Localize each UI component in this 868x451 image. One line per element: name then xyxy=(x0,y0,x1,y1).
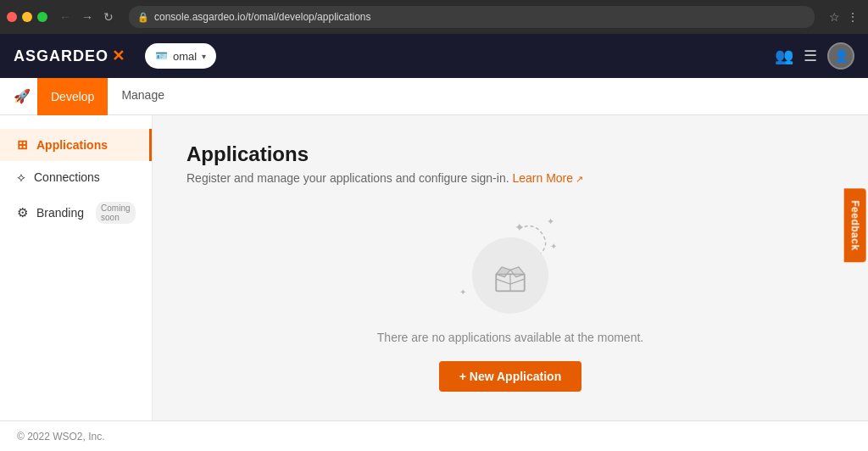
back-button[interactable]: ← xyxy=(56,8,75,25)
sparkle-3: ✦ xyxy=(459,287,466,297)
org-selector[interactable]: 🪪 omal ▾ xyxy=(145,43,216,69)
empty-circle xyxy=(472,237,548,314)
maximize-btn[interactable] xyxy=(37,12,47,22)
topnav-actions: 👥 ☰ 👤 xyxy=(775,42,854,70)
app-wrapper: ASGARDEO✕ 🪪 omal ▾ 👥 ☰ 👤 🚀 Develop Manag… xyxy=(0,34,868,451)
avatar-button[interactable]: 👤 xyxy=(827,42,854,70)
coming-soon-badge: Coming soon xyxy=(96,202,135,224)
feedback-tab[interactable]: Feedback xyxy=(843,188,865,262)
url-text: console.asgardeo.io/t/omal/develop/appli… xyxy=(154,11,806,23)
browser-nav: ← → ↻ xyxy=(56,8,117,25)
sparkle-4: ✦ xyxy=(550,242,557,251)
sidebar-item-label-applications: Applications xyxy=(36,138,108,152)
menu-icon-button[interactable]: ☰ xyxy=(804,47,817,65)
empty-state-text: There are no applications available at t… xyxy=(377,331,643,344)
tab-develop[interactable]: Develop xyxy=(37,78,108,115)
empty-state: ✦ ✦ ✦ ✦ xyxy=(186,212,834,420)
sidebar-item-connections[interactable]: ⟡ Connections xyxy=(0,161,152,193)
new-application-button[interactable]: + New Application xyxy=(439,361,581,392)
close-btn[interactable] xyxy=(7,12,17,22)
content-area: Applications Register and manage your ap… xyxy=(153,115,868,420)
page-title: Applications xyxy=(186,142,834,166)
learn-more-link[interactable]: Learn More↗ xyxy=(512,171,583,185)
team-icon-button[interactable]: 👥 xyxy=(775,47,793,65)
logo-text: ASGARDEO xyxy=(14,47,108,65)
browser-chrome: ← → ↻ 🔒 console.asgardeo.io/t/omal/devel… xyxy=(0,0,868,34)
rocket-icon: 🚀 xyxy=(14,88,31,104)
logo-dot: ✕ xyxy=(112,47,125,65)
main-layout: ⊞ Applications ⟡ Connections ⚙ Branding … xyxy=(0,115,868,420)
sparkle-2: ✦ xyxy=(547,216,554,227)
browser-actions: ☆ ⋮ xyxy=(826,8,861,26)
org-icon: 🪪 xyxy=(155,50,168,62)
footer: © 2022 WSO2, Inc. xyxy=(0,420,868,451)
forward-button[interactable]: → xyxy=(78,8,97,25)
connections-icon: ⟡ xyxy=(17,170,25,185)
branding-icon: ⚙ xyxy=(17,205,28,220)
sidebar-item-label-connections: Connections xyxy=(34,170,100,184)
sidebar-item-label-branding: Branding xyxy=(36,206,84,220)
footer-copyright: © 2022 WSO2, Inc. xyxy=(17,431,105,443)
lock-icon: 🔒 xyxy=(137,12,149,23)
subnav: 🚀 Develop Manage xyxy=(0,78,868,115)
applications-icon: ⊞ xyxy=(17,137,28,153)
avatar-icon: 👤 xyxy=(834,49,849,63)
sparkle-1: ✦ xyxy=(515,220,525,234)
minimize-btn[interactable] xyxy=(22,12,32,22)
address-bar[interactable]: 🔒 console.asgardeo.io/t/omal/develop/app… xyxy=(129,6,815,28)
page-description: Register and manage your applications an… xyxy=(186,171,834,185)
external-link-icon: ↗ xyxy=(576,174,583,184)
empty-illustration: ✦ ✦ ✦ ✦ xyxy=(459,212,561,314)
tab-manage[interactable]: Manage xyxy=(108,78,178,115)
more-button[interactable]: ⋮ xyxy=(844,8,861,26)
logo: ASGARDEO✕ xyxy=(14,47,125,65)
sidebar-item-applications[interactable]: ⊞ Applications xyxy=(0,129,152,161)
sidebar-item-branding[interactable]: ⚙ Branding Coming soon xyxy=(0,193,152,232)
org-name: omal xyxy=(173,50,197,63)
box-icon-svg xyxy=(489,254,531,297)
topnav: ASGARDEO✕ 🪪 omal ▾ 👥 ☰ 👤 xyxy=(0,34,868,78)
sidebar: ⊞ Applications ⟡ Connections ⚙ Branding … xyxy=(0,115,153,420)
bookmark-button[interactable]: ☆ xyxy=(826,8,843,26)
org-caret-icon: ▾ xyxy=(202,52,206,61)
refresh-button[interactable]: ↻ xyxy=(100,8,117,25)
